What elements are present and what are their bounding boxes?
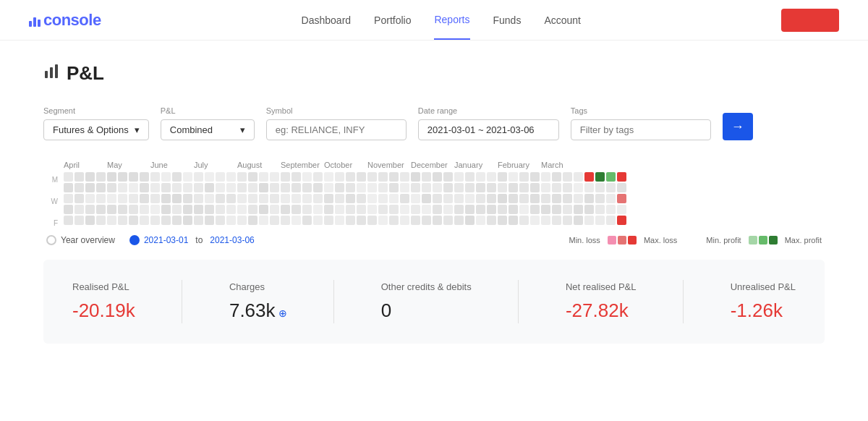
month-label-january: January (454, 161, 498, 169)
symbol-input[interactable] (266, 119, 407, 140)
day-cell (237, 216, 247, 225)
day-cell (552, 172, 561, 182)
day-cell (194, 172, 203, 182)
day-cell (259, 183, 268, 192)
pnl-label: P&L (161, 106, 255, 115)
day-cell (346, 172, 355, 182)
day-cell (172, 194, 182, 203)
day-cell (302, 194, 312, 203)
day-cell (476, 172, 485, 182)
day-cell (118, 216, 127, 225)
day-cell (107, 194, 116, 203)
day-cell (487, 183, 496, 192)
day-cell (378, 205, 388, 214)
day-cell (302, 205, 312, 214)
nav-portfolio[interactable]: Portfolio (374, 1, 411, 39)
legend-loss-1 (608, 236, 616, 244)
day-cell (324, 172, 333, 182)
legend-max-profit-label: Max. profit (785, 236, 822, 244)
day-cell (476, 216, 485, 225)
month-label-may: May (107, 161, 150, 169)
realised-pnl: Realised P&L -20.19k (72, 281, 135, 322)
nav-account[interactable]: Account (544, 1, 581, 39)
logo-text: console (43, 11, 101, 30)
bar-chart-icon (43, 64, 59, 83)
day-cell (563, 216, 572, 225)
month-label-april: April (64, 161, 107, 169)
pnl-select[interactable]: Combined ▾ (161, 119, 255, 140)
day-cell (443, 205, 453, 214)
day-label-empty1 (43, 186, 58, 195)
day-cell (140, 194, 149, 203)
day-cell (541, 216, 550, 225)
day-cell (454, 183, 464, 192)
divider-2 (333, 280, 334, 323)
week-col (574, 172, 583, 225)
radio-year-label: Year overview (61, 235, 115, 245)
radio-date-range[interactable]: 2021-03-01 to 2021-03-06 (129, 235, 255, 245)
date-input[interactable] (418, 119, 559, 140)
week-col (433, 172, 442, 225)
go-button[interactable]: → (723, 113, 753, 140)
week-col (606, 172, 616, 225)
day-cell (454, 172, 464, 182)
net-value: -27.82k (566, 299, 637, 322)
week-col (476, 172, 485, 225)
day-cell (118, 183, 127, 192)
day-cell (411, 194, 420, 203)
nav-reports[interactable]: Reports (434, 1, 469, 40)
day-cell (595, 194, 605, 203)
day-cell (150, 183, 160, 192)
day-cell (324, 194, 333, 203)
month-label-july: July (194, 161, 237, 169)
day-cell (378, 194, 388, 203)
week-col (498, 172, 507, 225)
day-cell (216, 183, 225, 192)
segment-value: Futures & Options (53, 124, 129, 135)
day-cell (313, 172, 323, 182)
day-cell (313, 194, 323, 203)
month-label-february: February (498, 161, 541, 169)
week-col (487, 172, 496, 225)
day-cell (248, 172, 258, 182)
day-cell (118, 172, 127, 182)
day-cell (226, 194, 236, 203)
day-cell (476, 194, 485, 203)
day-cell (205, 183, 214, 192)
week-col (259, 172, 268, 225)
credits-value: 0 (381, 299, 472, 322)
week-col (292, 172, 301, 225)
segment-select[interactable]: Futures & Options ▾ (43, 119, 149, 140)
day-cell (389, 194, 399, 203)
week-col (346, 172, 355, 225)
page-content: P&L Segment Futures & Options ▾ P&L Comb… (0, 41, 868, 365)
svg-rect-2 (55, 64, 58, 78)
day-cell (226, 183, 236, 192)
day-cell (205, 194, 214, 203)
radio-year-overview[interactable]: Year overview (46, 235, 115, 245)
day-cell (367, 216, 377, 225)
day-cell (302, 216, 312, 225)
day-cell (367, 194, 377, 203)
tags-label: Tags (571, 106, 711, 115)
nav-dashboard[interactable]: Dashboard (302, 1, 352, 39)
day-cell (617, 172, 626, 182)
nav-funds[interactable]: Funds (493, 1, 522, 39)
week-col (400, 172, 409, 225)
day-cell (454, 216, 464, 225)
weeks-area: AprilMayJuneJulyAugustSeptemberOctoberNo… (64, 161, 825, 228)
day-cell (96, 216, 106, 225)
unrealised: Unrealised P&L -1.26k (731, 281, 796, 322)
day-cell (96, 194, 106, 203)
week-col (85, 172, 95, 225)
day-cell (519, 172, 529, 182)
day-cell (161, 183, 171, 192)
tags-input[interactable] (571, 119, 711, 140)
day-cell (465, 172, 475, 182)
day-cell (487, 216, 496, 225)
legend: Min. loss Max. loss Min. profit Max. pro… (569, 236, 822, 244)
header-action-button[interactable] (781, 9, 839, 32)
day-cell (292, 172, 301, 182)
day-cell (281, 205, 290, 214)
day-cell (574, 172, 583, 182)
